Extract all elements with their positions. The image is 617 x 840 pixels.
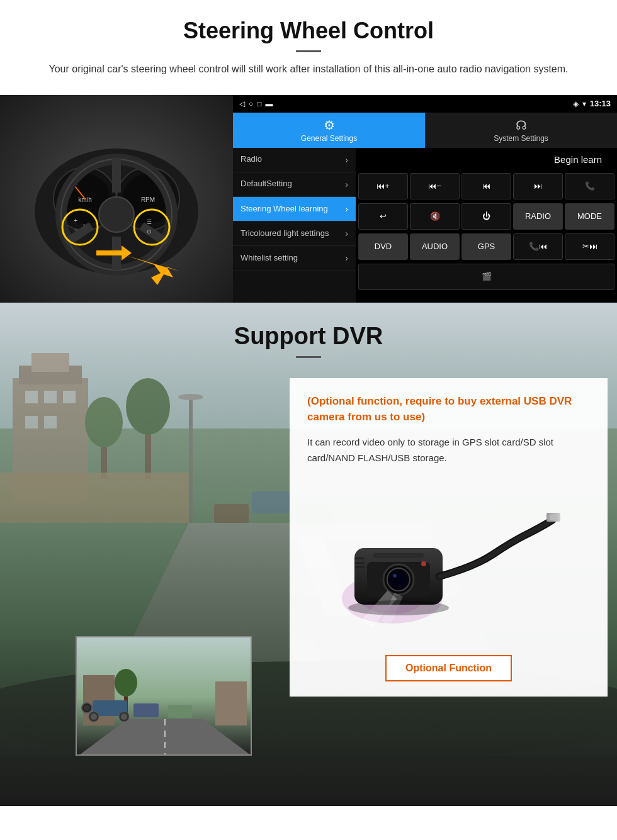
steering-wheel-svg: km/h RPM + − <box>28 111 205 287</box>
swc-subtitle: Your original car's steering wheel contr… <box>38 61 579 77</box>
dvr-content-area: (Optional function, require to buy exter… <box>0 366 617 806</box>
back-icon: ◁ <box>239 99 245 108</box>
wifi-icon: ▾ <box>582 99 586 108</box>
svg-point-74 <box>421 561 426 566</box>
ctrl-btn-vol-up[interactable]: ⏮+ <box>358 173 408 199</box>
svg-point-62 <box>121 714 127 720</box>
dvr-desc-text: It can record video only to storage in G… <box>307 434 590 466</box>
menu-item-default-label: DefaultSetting <box>241 179 292 189</box>
ctrl-row-4: 🎬 <box>356 262 617 292</box>
android-status-bar: ◁ ○ □ ▬ ◈ ▾ 13:13 <box>233 95 617 113</box>
svg-text:☰: ☰ <box>147 219 152 225</box>
svg-text:−: − <box>74 226 77 233</box>
dvr-title-divider <box>296 356 321 358</box>
ctrl-btn-camera[interactable]: 🎬 <box>358 264 614 290</box>
dvr-right-panel: (Optional function, require to buy exter… <box>283 378 617 806</box>
android-tabs: ⚙ General Settings ☊ System Settings <box>233 113 617 148</box>
menu-arrow-whitelist: › <box>345 252 348 264</box>
steering-wheel-section: Steering Wheel Control Your original car… <box>0 0 617 303</box>
dvr-section: Support DVR <box>0 303 617 806</box>
menu-item-steering-label: Steering Wheel learning <box>241 204 328 215</box>
swc-photo-inner: km/h RPM + − <box>0 95 233 303</box>
swc-title-divider <box>296 50 321 52</box>
swc-title-area: Steering Wheel Control Your original car… <box>0 0 617 84</box>
dvr-optional-text: (Optional function, require to buy exter… <box>307 393 590 425</box>
general-settings-icon: ⚙ <box>324 118 335 133</box>
menu-item-whitelist[interactable]: Whitelist setting › <box>233 246 356 271</box>
dvr-info-card: (Optional function, require to buy exter… <box>290 378 608 697</box>
svg-text:↑: ↑ <box>82 222 86 228</box>
svg-rect-75 <box>354 557 365 559</box>
dvr-title: Support DVR <box>38 323 579 350</box>
optional-function-button[interactable]: Optional Function <box>385 655 512 681</box>
svg-rect-56 <box>133 703 159 717</box>
begin-learn-row: Begin learn <box>356 148 617 171</box>
svg-text:km/h: km/h <box>78 196 92 203</box>
ctrl-btn-phone[interactable]: 📞 <box>565 173 614 199</box>
menu-list: Radio › DefaultSetting › Steering Wheel … <box>233 148 356 303</box>
svg-point-61 <box>91 714 97 720</box>
menu-item-default[interactable]: DefaultSetting › <box>233 172 356 197</box>
svg-rect-68 <box>373 553 424 558</box>
begin-learn-button[interactable]: Begin learn <box>544 152 612 167</box>
menu-item-radio[interactable]: Radio › <box>233 148 356 172</box>
swc-demo-block: km/h RPM + − <box>0 95 617 303</box>
svg-text:+: + <box>74 216 77 224</box>
svg-point-82 <box>348 600 449 615</box>
recent-icon: □ <box>257 99 261 108</box>
menu-item-radio-label: Radio <box>241 154 262 165</box>
ctrl-btn-radio[interactable]: RADIO <box>513 203 563 230</box>
svg-rect-57 <box>168 705 192 718</box>
tab-system[interactable]: ☊ System Settings <box>425 113 617 148</box>
menu-arrow-radio: › <box>345 154 348 165</box>
menu-item-light-label: Tricoloured light settings <box>241 228 329 239</box>
ctrl-btn-cut-next[interactable]: ✂⏭ <box>565 233 614 260</box>
ctrl-btn-next[interactable]: ⏭ <box>513 173 563 199</box>
dvr-thumbnail <box>76 636 252 756</box>
button-grid: Begin learn ⏮+ ⏮− ⏮ ⏭ 📞 ↩ 🔇 ⏻ <box>356 148 617 303</box>
menu-arrow-steering: › <box>345 203 348 215</box>
ctrl-btn-prev[interactable]: ⏮ <box>461 173 511 199</box>
menu-icon: ▬ <box>266 99 273 108</box>
ctrl-btn-mode[interactable]: MODE <box>565 203 614 230</box>
dvr-camera-area <box>307 479 590 636</box>
menu-item-light[interactable]: Tricoloured light settings › <box>233 221 356 246</box>
svg-point-55 <box>115 669 137 697</box>
swc-photo: km/h RPM + − <box>0 95 233 303</box>
ctrl-btn-power[interactable]: ⏻ <box>461 203 511 230</box>
tab-system-label: System Settings <box>494 134 548 143</box>
dvr-left-panel <box>0 378 283 806</box>
menu-arrow-default: › <box>345 179 348 190</box>
thumbnail-svg <box>77 637 252 756</box>
ctrl-btn-mute[interactable]: 🔇 <box>410 203 460 230</box>
svg-rect-79 <box>550 515 557 520</box>
svg-rect-77 <box>354 566 365 568</box>
system-settings-icon: ☊ <box>516 118 527 133</box>
svg-point-14 <box>99 197 134 232</box>
status-time: 13:13 <box>590 99 611 108</box>
tab-general[interactable]: ⚙ General Settings <box>233 113 425 148</box>
android-panel: ◁ ○ □ ▬ ◈ ▾ 13:13 ⚙ General Settings <box>233 95 617 303</box>
dvr-camera-svg <box>336 485 562 630</box>
svg-point-73 <box>393 574 397 578</box>
ctrl-btn-audio[interactable]: AUDIO <box>410 233 460 260</box>
android-content: Radio › DefaultSetting › Steering Wheel … <box>233 148 617 303</box>
optional-function-btn-area: Optional Function <box>307 642 590 681</box>
menu-arrow-light: › <box>345 228 348 239</box>
svg-rect-53 <box>215 681 247 725</box>
gps-icon: ◈ <box>573 99 579 108</box>
svg-point-64 <box>84 705 90 711</box>
ctrl-btn-phone-prev[interactable]: 📞⏮ <box>513 233 563 260</box>
menu-item-whitelist-label: Whitelist setting <box>241 253 298 264</box>
ctrl-btn-hangup[interactable]: ↩ <box>358 203 408 230</box>
ctrl-row-1: ⏮+ ⏮− ⏮ ⏭ 📞 <box>356 171 617 201</box>
ctrl-btn-vol-down[interactable]: ⏮− <box>410 173 460 199</box>
home-icon: ○ <box>249 99 253 108</box>
ctrl-btn-gps[interactable]: GPS <box>461 233 511 260</box>
ctrl-btn-dvd[interactable]: DVD <box>358 233 408 260</box>
svg-rect-76 <box>354 562 365 564</box>
swc-title: Steering Wheel Control <box>38 18 579 44</box>
dvr-title-area: Support DVR <box>0 303 617 366</box>
svg-text:⊙: ⊙ <box>147 228 152 235</box>
menu-item-steering[interactable]: Steering Wheel learning › <box>233 197 356 221</box>
